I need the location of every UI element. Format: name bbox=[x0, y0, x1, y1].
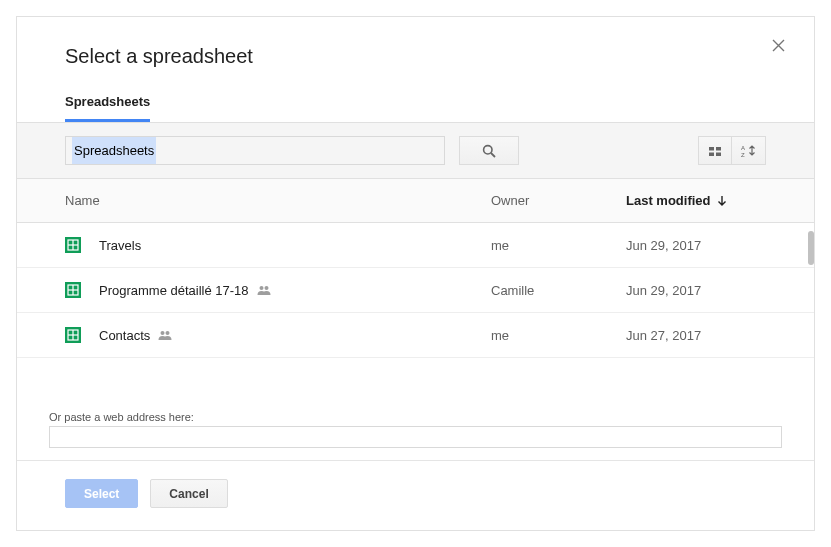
dialog-title: Select a spreadsheet bbox=[65, 45, 774, 68]
svg-point-16 bbox=[259, 286, 263, 290]
cancel-button[interactable]: Cancel bbox=[150, 479, 227, 508]
close-icon[interactable] bbox=[772, 39, 792, 59]
dialog-footer: Select Cancel bbox=[17, 461, 814, 530]
svg-point-22 bbox=[161, 331, 165, 335]
paste-section: Or paste a web address here: bbox=[17, 405, 814, 448]
svg-line-1 bbox=[491, 153, 495, 157]
arrow-down-icon bbox=[717, 195, 727, 207]
file-owner: me bbox=[491, 328, 626, 343]
search-input[interactable] bbox=[65, 136, 445, 165]
file-name-cell: Contacts bbox=[99, 328, 491, 343]
file-modified: Jun 29, 2017 bbox=[626, 238, 766, 253]
file-row[interactable]: Programme détaillé 17-18CamilleJun 29, 2… bbox=[17, 268, 814, 313]
file-picker-dialog: Select a spreadsheet Spreadsheets AZ bbox=[16, 16, 815, 531]
file-owner: Camille bbox=[491, 283, 626, 298]
spreadsheet-icon bbox=[65, 237, 81, 253]
select-button[interactable]: Select bbox=[65, 479, 138, 508]
paste-url-input[interactable] bbox=[49, 426, 782, 448]
view-controls: AZ bbox=[698, 136, 766, 165]
column-header-owner[interactable]: Owner bbox=[491, 193, 626, 208]
svg-rect-5 bbox=[716, 152, 721, 156]
tabs-bar: Spreadsheets bbox=[17, 68, 814, 122]
spreadsheet-icon bbox=[65, 327, 81, 343]
column-headers: Name Owner Last modified bbox=[17, 179, 814, 223]
file-name: Contacts bbox=[99, 328, 150, 343]
svg-rect-2 bbox=[709, 147, 714, 151]
svg-text:A: A bbox=[741, 145, 745, 151]
file-name: Programme détaillé 17-18 bbox=[99, 283, 249, 298]
toolbar: AZ bbox=[17, 122, 814, 179]
sort-az-icon: AZ bbox=[741, 144, 757, 158]
dialog-header: Select a spreadsheet bbox=[17, 17, 814, 68]
column-header-modified-label: Last modified bbox=[626, 193, 711, 208]
file-row[interactable]: TravelsmeJun 29, 2017 bbox=[17, 223, 814, 268]
file-name: Travels bbox=[99, 238, 141, 253]
column-header-modified[interactable]: Last modified bbox=[626, 193, 766, 208]
search-button[interactable] bbox=[459, 136, 519, 165]
spreadsheet-icon bbox=[65, 282, 81, 298]
file-owner: me bbox=[491, 238, 626, 253]
paste-label: Or paste a web address here: bbox=[49, 411, 782, 423]
svg-point-0 bbox=[484, 145, 492, 153]
file-name-cell: Travels bbox=[99, 238, 491, 253]
svg-rect-3 bbox=[716, 147, 721, 151]
svg-point-23 bbox=[166, 331, 170, 335]
svg-point-17 bbox=[264, 286, 268, 290]
grid-view-button[interactable] bbox=[698, 136, 732, 165]
grid-icon bbox=[708, 144, 722, 158]
file-list: TravelsmeJun 29, 2017Programme détaillé … bbox=[17, 223, 814, 405]
shared-icon bbox=[158, 330, 172, 340]
search-icon bbox=[482, 144, 496, 158]
sort-button[interactable]: AZ bbox=[732, 136, 766, 165]
svg-rect-4 bbox=[709, 152, 714, 156]
column-header-name[interactable]: Name bbox=[65, 193, 491, 208]
scrollbar-thumb[interactable] bbox=[808, 231, 814, 265]
shared-icon bbox=[257, 285, 271, 295]
file-row[interactable]: ContactsmeJun 27, 2017 bbox=[17, 313, 814, 358]
file-modified: Jun 29, 2017 bbox=[626, 283, 766, 298]
file-name-cell: Programme détaillé 17-18 bbox=[99, 283, 491, 298]
file-modified: Jun 27, 2017 bbox=[626, 328, 766, 343]
tab-spreadsheets[interactable]: Spreadsheets bbox=[65, 94, 150, 122]
svg-text:Z: Z bbox=[741, 152, 745, 158]
